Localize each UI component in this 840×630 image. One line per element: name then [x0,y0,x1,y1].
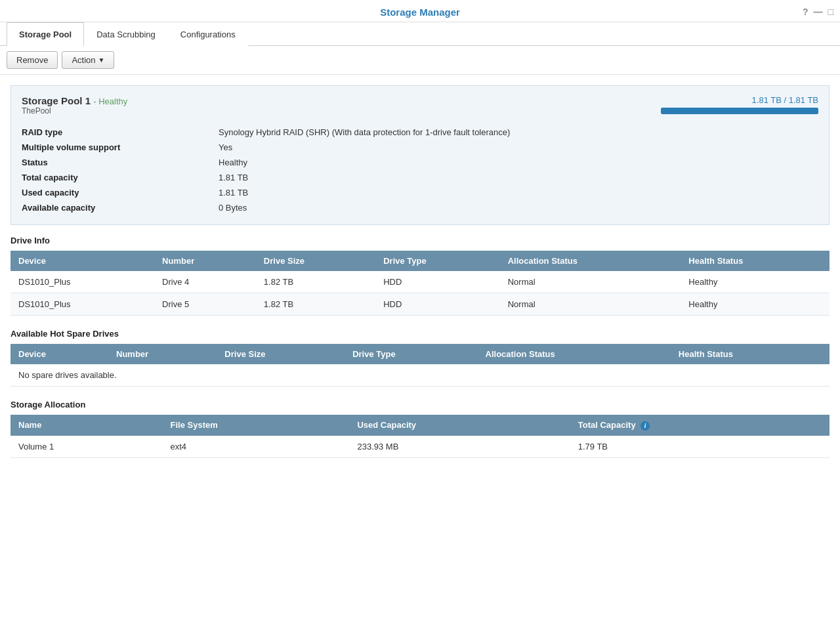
cell-allocation-2: Normal [500,293,681,316]
main-content: Storage Pool 1 - Healthy ThePool 1.81 TB… [0,75,840,630]
hs-col-type: Drive Type [345,344,477,364]
label-avail: Available capacity [22,200,219,215]
app-title: Storage Manager [380,7,460,18]
hot-spare-header-row: Device Number Drive Size Drive Type Allo… [10,344,830,364]
sa-cell-used-1: 233.93 MB [349,436,570,458]
tab-data-scrubbing[interactable]: Data Scrubbing [84,22,168,46]
drive-info-section: Drive Info Device Number Drive Size Driv… [10,236,830,316]
cell-type-2: HDD [375,293,499,316]
toolbar: Remove Action ▼ [0,46,840,75]
col-health-status: Health Status [681,251,830,271]
cell-device-1: DS1010_Plus [10,271,154,293]
pool-title-area: Storage Pool 1 - Healthy ThePool [22,95,127,122]
sa-cell-name-1: Volume 1 [10,436,163,458]
info-row-avail: Available capacity 0 Bytes [22,200,818,215]
sa-col-fs: File System [163,415,350,436]
capacity-text: 1.81 TB / 1.81 TB [661,95,818,105]
info-row-mvs: Multiple volume support Yes [22,140,818,155]
cell-type-1: HDD [375,271,499,293]
label-raid: RAID type [22,125,219,140]
pool-title: Storage Pool 1 - Healthy [22,95,127,106]
col-drive-type: Drive Type [375,251,499,271]
table-row: No spare drives available. [10,364,830,387]
drive-info-table: Device Number Drive Size Drive Type Allo… [10,251,830,316]
col-allocation-status: Allocation Status [500,251,681,271]
cell-health-2: Healthy [681,293,830,316]
action-dropdown-arrow: ▼ [98,56,105,64]
sa-header-row: Name File System Used Capacity Total Cap… [10,415,830,436]
hot-spare-section: Available Hot Spare Drives Device Number… [10,329,830,387]
info-row-used: Used capacity 1.81 TB [22,185,818,200]
sa-col-used: Used Capacity [349,415,570,436]
col-device: Device [10,251,154,271]
capacity-info: 1.81 TB / 1.81 TB [661,95,818,114]
app-window: Storage Manager ? — □ Storage Pool Data … [0,0,840,630]
sa-cell-total-1: 1.79 TB [570,436,830,458]
action-button[interactable]: Action ▼ [62,51,114,69]
window-controls: ? — □ [803,7,833,17]
pool-header: Storage Pool 1 - Healthy ThePool 1.81 TB… [22,95,818,122]
cell-allocation-1: Normal [500,271,681,293]
label-used: Used capacity [22,185,219,200]
hs-col-number: Number [108,344,217,364]
cell-device-2: DS1010_Plus [10,293,154,316]
maximize-icon[interactable]: □ [828,7,833,17]
cell-size-1: 1.82 TB [256,271,375,293]
capacity-bar-outer [661,108,818,114]
label-total: Total capacity [22,170,219,185]
help-icon[interactable]: ? [803,7,808,17]
table-row: DS1010_Plus Drive 4 1.82 TB HDD Normal H… [10,271,830,293]
cell-size-2: 1.82 TB [256,293,375,316]
info-row-total: Total capacity 1.81 TB [22,170,818,185]
col-drive-size: Drive Size [256,251,375,271]
value-raid: Synology Hybrid RAID (SHR) (With data pr… [219,125,818,140]
tab-storage-pool[interactable]: Storage Pool [7,22,84,46]
table-row: Volume 1 ext4 233.93 MB 1.79 TB [10,436,830,458]
pool-name: Storage Pool 1 [22,95,91,106]
hs-col-size: Drive Size [217,344,345,364]
value-mvs: Yes [219,140,818,155]
pool-info-section: Storage Pool 1 - Healthy ThePool 1.81 TB… [10,85,830,225]
hs-col-device: Device [10,344,108,364]
hs-col-allocation: Allocation Status [478,344,671,364]
no-spare-message: No spare drives available. [10,364,830,387]
value-total: 1.81 TB [219,170,818,185]
storage-allocation-section: Storage Allocation Name File System Used… [10,400,830,458]
label-mvs: Multiple volume support [22,140,219,155]
drive-table-header-row: Device Number Drive Size Drive Type Allo… [10,251,830,271]
hs-col-health: Health Status [671,344,830,364]
sa-col-name: Name [10,415,163,436]
value-avail: 0 Bytes [219,200,818,215]
hot-spare-table: Device Number Drive Size Drive Type Allo… [10,344,830,387]
value-status: Healthy [219,155,818,170]
tab-bar: Storage Pool Data Scrubbing Configuratio… [0,22,840,46]
pool-info-table: RAID type Synology Hybrid RAID (SHR) (Wi… [22,125,818,215]
label-status: Status [22,155,219,170]
value-used: 1.81 TB [219,185,818,200]
storage-allocation-table: Name File System Used Capacity Total Cap… [10,415,830,458]
pool-subtitle: ThePool [22,106,127,116]
capacity-bar-inner [661,108,818,114]
pool-status-label: - Healthy [93,96,127,106]
action-label: Action [72,55,95,65]
sa-col-total: Total Capacity i [570,415,830,436]
title-bar: Storage Manager ? — □ [0,0,840,22]
sa-cell-fs-1: ext4 [163,436,350,458]
col-number: Number [154,251,256,271]
info-row-status: Status Healthy [22,155,818,170]
drive-info-title: Drive Info [10,236,830,245]
storage-allocation-title: Storage Allocation [10,400,830,410]
info-icon[interactable]: i [640,421,650,430]
hot-spare-title: Available Hot Spare Drives [10,329,830,339]
remove-button[interactable]: Remove [7,51,58,69]
cell-number-1: Drive 4 [154,271,256,293]
tab-configurations[interactable]: Configurations [168,22,248,46]
cell-number-2: Drive 5 [154,293,256,316]
table-row: DS1010_Plus Drive 5 1.82 TB HDD Normal H… [10,293,830,316]
cell-health-1: Healthy [681,271,830,293]
info-row-raid: RAID type Synology Hybrid RAID (SHR) (Wi… [22,125,818,140]
minimize-icon[interactable]: — [814,7,823,17]
